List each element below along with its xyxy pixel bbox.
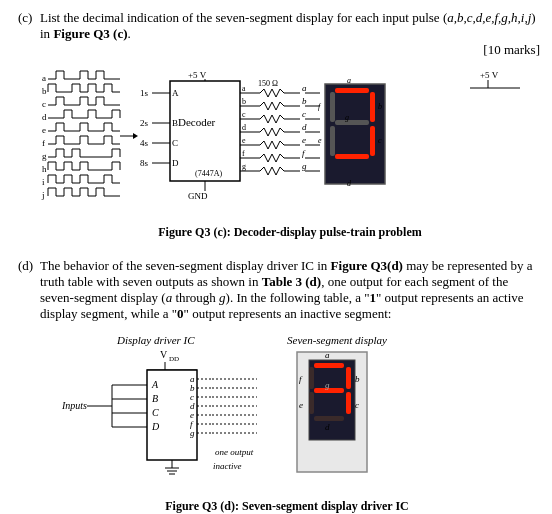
svg-rect-73 [370, 92, 375, 122]
svg-text:g: g [242, 162, 246, 171]
svg-text:e: e [242, 136, 246, 145]
svg-text:B: B [152, 393, 158, 404]
svg-text:d: d [42, 112, 47, 122]
svg-text:Display driver IC: Display driver IC [116, 334, 195, 346]
figure-d-caption: Figure Q3 (d): Seven-segment display dri… [165, 499, 409, 514]
figure-c-svg: j i h g f e d [40, 66, 540, 221]
svg-rect-135 [346, 392, 351, 414]
section-d-label: (d) [18, 258, 40, 514]
svg-text:c: c [355, 400, 359, 410]
svg-text:1s: 1s [140, 88, 149, 98]
svg-text:b: b [302, 96, 307, 106]
svg-text:D: D [151, 421, 160, 432]
svg-text:2s: 2s [140, 118, 149, 128]
svg-text:b: b [355, 374, 360, 384]
section-d: (d) The behavior of the seven-segment di… [18, 258, 534, 514]
svg-text:f: f [318, 102, 322, 111]
figure-c-caption: Figure Q3 (c): Decoder-display pulse-tra… [158, 225, 421, 240]
svg-rect-72 [335, 88, 369, 93]
svg-text:c: c [378, 136, 382, 145]
svg-rect-136 [314, 416, 344, 421]
svg-text:A: A [151, 379, 159, 390]
svg-text:f: f [302, 148, 306, 158]
svg-text:c: c [242, 110, 246, 119]
svg-rect-133 [314, 363, 344, 368]
svg-text:Seven-segment display: Seven-segment display [287, 334, 387, 346]
svg-text:e: e [42, 125, 46, 135]
svg-text:Inputs: Inputs [61, 400, 87, 411]
svg-text:(7447A): (7447A) [195, 169, 222, 178]
section-c-text: List the decimal indication of the seven… [40, 10, 540, 42]
svg-text:j: j [41, 190, 45, 200]
svg-text:DD: DD [169, 355, 179, 363]
svg-text:g: g [42, 151, 47, 161]
section-c-label: (c) [18, 10, 40, 248]
svg-text:4s: 4s [140, 138, 149, 148]
svg-text:C: C [152, 407, 159, 418]
svg-text:e: e [318, 136, 322, 145]
svg-text:+5 V: +5 V [480, 70, 499, 80]
svg-text:a: a [325, 350, 330, 360]
svg-text:d: d [302, 122, 307, 132]
svg-text:g: g [190, 428, 195, 438]
svg-text:a: a [242, 84, 246, 93]
svg-text:g: g [325, 380, 330, 390]
svg-text:b: b [378, 102, 382, 111]
svg-rect-76 [330, 126, 335, 156]
svg-text:Decoder: Decoder [178, 116, 216, 128]
svg-text:f: f [42, 138, 45, 148]
section-c-content: List the decimal indication of the seven… [40, 10, 540, 248]
svg-rect-75 [335, 154, 369, 159]
svg-rect-78 [335, 120, 369, 125]
svg-text:g: g [345, 113, 349, 122]
svg-text:150 Ω: 150 Ω [258, 79, 278, 88]
svg-text:a: a [42, 73, 46, 83]
svg-rect-74 [370, 126, 375, 156]
svg-text:inactive: inactive [213, 461, 242, 471]
svg-text:g: g [302, 161, 307, 171]
svg-text:8s: 8s [140, 158, 149, 168]
svg-text:a: a [302, 83, 307, 93]
svg-text:i: i [42, 177, 45, 187]
figure-d-svg: Display driver IC V DD A B C D [57, 330, 517, 495]
svg-text:GND: GND [188, 191, 208, 201]
svg-text:b: b [242, 97, 246, 106]
svg-text:d: d [325, 422, 330, 432]
svg-marker-11 [133, 133, 138, 139]
svg-text:+5 V: +5 V [188, 70, 207, 80]
svg-rect-134 [346, 367, 351, 389]
svg-text:b: b [42, 86, 47, 96]
svg-rect-138 [309, 367, 314, 389]
svg-text:f: f [242, 149, 245, 158]
svg-text:D: D [172, 158, 179, 168]
section-d-text: The behavior of the seven-segment displa… [40, 258, 534, 322]
svg-rect-137 [309, 392, 314, 414]
svg-text:C: C [172, 138, 178, 148]
svg-text:h: h [42, 164, 47, 174]
svg-text:d: d [242, 123, 246, 132]
figure-c-container: j i h g f e d [40, 66, 540, 240]
svg-rect-20 [170, 81, 240, 181]
svg-text:one output: one output [215, 447, 254, 457]
svg-text:V: V [160, 349, 168, 360]
section-c: (c) List the decimal indication of the s… [18, 10, 534, 248]
svg-text:a: a [347, 76, 351, 85]
section-d-content: The behavior of the seven-segment displa… [40, 258, 534, 514]
svg-text:e: e [302, 135, 306, 145]
svg-rect-77 [330, 92, 335, 122]
figure-d-container: Display driver IC V DD A B C D [40, 330, 534, 514]
section-c-marks: [10 marks] [40, 42, 540, 58]
svg-text:A: A [172, 88, 179, 98]
svg-text:B: B [172, 118, 178, 128]
svg-text:c: c [42, 99, 46, 109]
svg-text:c: c [302, 109, 306, 119]
svg-text:e: e [299, 400, 303, 410]
